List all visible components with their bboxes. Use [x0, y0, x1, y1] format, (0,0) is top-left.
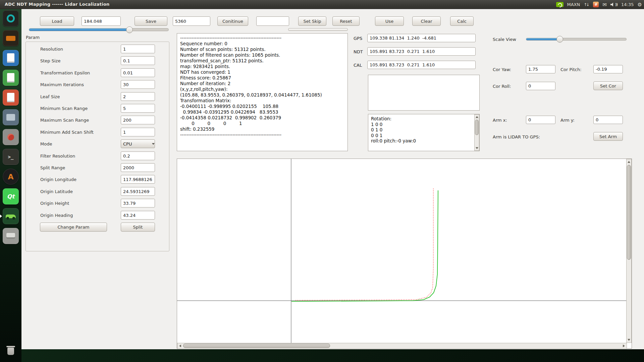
plot-vertical-scrollbar[interactable] — [626, 159, 632, 343]
scale-view-slider[interactable] — [526, 38, 627, 41]
calc-icon[interactable] — [3, 70, 19, 86]
param-label: Resolution — [40, 47, 63, 52]
cal-value-field[interactable]: 105.891 83.723 0.271 1.610 — [367, 61, 476, 69]
software-icon[interactable] — [3, 109, 19, 125]
set-cor-button[interactable]: Set Cor — [593, 81, 623, 90]
session-gear-icon[interactable]: ⚙ — [638, 2, 642, 8]
scale-view-slider-handle[interactable] — [556, 36, 563, 43]
rotation-scrollbar-thumb[interactable] — [475, 120, 479, 135]
scroll-down-icon[interactable] — [628, 339, 630, 341]
impress-icon[interactable] — [3, 89, 19, 106]
leaf-size-input[interactable]: 2 — [121, 92, 155, 101]
nvidia-icon[interactable] — [556, 2, 564, 7]
log-output[interactable]: ----------------------------------------… — [177, 33, 348, 151]
param-label: Minimum Add Scan Shift — [40, 130, 94, 135]
load-button[interactable]: Load — [40, 16, 74, 26]
cor-pitch-input[interactable]: -0.19 — [593, 65, 623, 73]
ndt-value-field[interactable]: 105.891 83.723 0.271 1.610 — [367, 47, 476, 56]
continue-button[interactable]: Conitinue — [217, 16, 248, 26]
set-arm-button[interactable]: Set Arm — [593, 132, 623, 141]
playback-slider-handle[interactable] — [126, 26, 133, 33]
use-button[interactable]: Use — [375, 16, 404, 26]
skip-value-input[interactable] — [256, 16, 289, 26]
arm-y-input[interactable]: 0 — [593, 116, 623, 124]
ndt-trajectory-curve — [291, 190, 438, 301]
terminal-icon[interactable]: >_ — [3, 149, 19, 165]
origin-height-input[interactable]: 33.79 — [121, 199, 155, 207]
aux-view-box — [368, 75, 480, 111]
save-button[interactable]: Save — [135, 16, 167, 26]
origin-heading-input[interactable]: 43.24 — [121, 211, 155, 220]
set-skip-button[interactable]: Set Skip — [298, 16, 326, 26]
maximum-iterations-input[interactable]: 30 — [121, 80, 155, 89]
input-method-icon[interactable]: # — [593, 2, 599, 7]
param-row-mode: Mode CPU — [40, 139, 170, 148]
qt-creator-icon[interactable]: Qt — [3, 188, 19, 204]
trajectory-plot[interactable] — [177, 159, 632, 349]
cor-pitch-label: Cor Pitch: — [560, 67, 582, 72]
mail-icon[interactable]: ✉ — [602, 2, 607, 8]
plot-hscroll-thumb[interactable] — [183, 344, 330, 348]
origin-latitude-input[interactable]: 24.5931269 — [121, 187, 155, 196]
files-icon[interactable] — [3, 30, 19, 46]
param-row-maximum-scan-range: Maximum Scan Range 200 — [40, 116, 170, 124]
app-window: Load 184.048 Save 5360 Conitinue Set Ski… — [21, 9, 644, 349]
plot-vscroll-thumb[interactable] — [627, 165, 631, 260]
param-label: Origin Heading — [40, 213, 73, 218]
scroll-down-icon[interactable] — [476, 147, 478, 149]
transformation-epsilon-input[interactable]: 0.01 — [121, 68, 155, 77]
origin-longitude-input[interactable]: 117.9688126 — [121, 175, 155, 184]
settings-icon[interactable] — [3, 129, 19, 145]
scroll-up-icon[interactable] — [628, 161, 630, 163]
chevron-down-icon — [152, 143, 155, 145]
arm-x-label: Arm x: — [493, 118, 507, 123]
window-title: ADC NDT Mapping ------ Lidar Localizatio… — [5, 2, 110, 7]
calc-button[interactable]: Calc — [450, 16, 474, 26]
app-a-icon[interactable]: A — [3, 169, 19, 185]
filter-resolution-input[interactable]: 0.2 — [121, 152, 155, 160]
network-arrows-icon[interactable]: ↑↓ — [584, 2, 589, 7]
plot-horizontal-scrollbar[interactable] — [177, 343, 627, 349]
minimum-scan-range-input[interactable]: 5 — [121, 104, 155, 113]
param-row-split-range: Split Range 2000 — [40, 163, 170, 172]
minimum-add-scan-shift-input[interactable]: 1 — [121, 128, 155, 136]
save-value-input[interactable]: 5360 — [173, 16, 210, 26]
arm-x-input[interactable]: 0 — [526, 116, 555, 124]
printer-icon[interactable] — [3, 228, 19, 244]
volume-icon[interactable]: )) — [610, 3, 618, 7]
mode-select[interactable]: CPU — [121, 139, 155, 148]
gps-label: GPS — [354, 36, 367, 41]
dash-icon[interactable] — [3, 10, 19, 26]
param-label: Split Range — [40, 165, 65, 170]
split-button[interactable]: Split — [121, 223, 155, 232]
cor-roll-input[interactable]: 0 — [526, 82, 555, 90]
scroll-left-icon[interactable] — [179, 345, 181, 347]
writer-icon[interactable] — [3, 50, 19, 66]
mapping-app-icon[interactable] — [3, 208, 19, 224]
resolution-input[interactable]: 1 — [121, 45, 155, 53]
param-label: Origin Latitude — [40, 189, 73, 194]
trajectory-canvas — [177, 159, 627, 343]
playback-slider[interactable] — [29, 28, 169, 31]
cor-yaw-input[interactable]: 1.75 — [526, 65, 555, 73]
split-range-input[interactable]: 2000 — [121, 163, 155, 172]
rotation-scrollbar[interactable] — [474, 114, 479, 151]
param-row-origin-latitude: Origin Latitude 24.5931269 — [40, 187, 170, 196]
trash-icon[interactable] — [3, 343, 19, 359]
reset-button[interactable]: Reset — [332, 16, 360, 26]
clear-button[interactable]: Clear — [412, 16, 441, 26]
maximum-scan-range-input[interactable]: 200 — [121, 116, 155, 124]
change-param-button[interactable]: Change Param — [40, 223, 107, 232]
gps-value-field[interactable]: 109.338 81.134 1.240 -4.681 — [367, 34, 476, 42]
rotation-output[interactable]: Rotation: 1 0 0 0 1 0 0 0 1 roll:0 pitch… — [368, 114, 480, 151]
scroll-up-icon[interactable] — [476, 116, 478, 118]
clock[interactable]: 14:35 — [621, 2, 634, 7]
system-tray: MAXN ↑↓ # ✉ )) 14:35 ⚙ — [556, 0, 642, 9]
progress-bar — [288, 28, 348, 31]
cal-label: CAL — [354, 63, 367, 68]
gpu-mode-label: MAXN — [567, 2, 580, 7]
active-app-arrow-icon — [0, 215, 2, 218]
step-size-input[interactable]: 0.1 — [121, 56, 155, 65]
scroll-right-icon[interactable] — [623, 345, 625, 347]
load-value-input[interactable]: 184.048 — [82, 16, 121, 26]
